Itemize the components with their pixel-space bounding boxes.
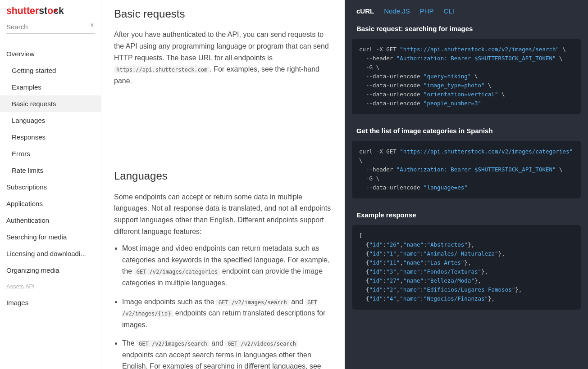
nav-errors[interactable]: Errors [0,145,101,162]
nav-subscriptions[interactable]: Subscriptions [0,179,101,195]
code-heading-3: Example response [345,207,588,225]
nav-licensing[interactable]: Licensing and downloadi... [0,245,101,262]
code-block-1: curl -X GET "https://api.shutterstock.co… [352,39,581,114]
nav-languages[interactable]: Languages [0,112,101,129]
heading-basic-requests: Basic requests [114,5,331,22]
heading-languages: Languages [114,167,331,184]
text: The [122,339,137,347]
search-input[interactable] [6,21,95,34]
languages-list: Most image and video endpoints can retur… [114,243,331,369]
nav-responses[interactable]: Responses [0,129,101,145]
sidebar: shutterstock x Overview Getting started … [0,0,101,369]
shutterstock-logo: shutterstock [6,5,76,17]
text: Image endpoints such as the [122,298,216,306]
list-item: Image endpoints such as the GET /v2/imag… [122,296,331,331]
code-block-2: curl -X GET "https://api.shutterstock.co… [352,141,581,198]
code-base-url: https://api.shutterstock.com [114,66,210,73]
paragraph-languages: Some endpoints can accept or return some… [114,191,331,237]
nav-assets-api: Assets API [0,279,101,294]
search-wrap: x [0,19,101,36]
code-endpoint: GET /v2/images/search [137,340,210,347]
nav-organizing[interactable]: Organizing media [0,262,101,279]
code-heading-2: Get the list of image categories in Span… [345,122,588,141]
text: and [291,298,305,306]
tab-curl[interactable]: cURL [356,7,374,15]
code-pane: cURL Node.JS PHP CLI Basic request: sear… [345,0,588,369]
svg-point-1 [55,9,57,12]
code-endpoint: GET /v2/images/search [216,299,289,306]
nav-examples[interactable]: Examples [0,79,101,95]
nav-images[interactable]: Images [0,294,101,311]
nav-applications[interactable]: Applications [0,195,101,212]
code-endpoint: GET /v2/videos/search [225,340,298,347]
search-clear-icon[interactable]: x [91,21,94,28]
nav-authentication[interactable]: Authentication [0,212,101,229]
code-block-3: [ {"id":"26","name":"Abstractos"}, {"id"… [352,225,581,310]
code-heading-1: Basic request: searching for images [345,20,588,39]
main: Basic requests After you have authentica… [101,0,588,369]
language-tabs: cURL Node.JS PHP CLI [345,0,588,20]
nav-getting-started[interactable]: Getting started [0,62,101,79]
paragraph-basic: After you have authenticated to the API,… [114,29,331,86]
code-endpoint: GET /v2/images/categories [134,268,220,275]
nav-overview[interactable]: Overview [0,45,101,62]
text: endpoints can accept search terms in lan… [122,351,321,369]
brand-logo: shutterstock [0,0,101,19]
sidebar-nav: Overview Getting started Examples Basic … [0,36,101,311]
list-item: The GET /v2/images/search and GET /v2/vi… [122,338,331,369]
tab-php[interactable]: PHP [420,7,434,15]
content: Basic requests After you have authentica… [101,0,345,369]
tab-nodejs[interactable]: Node.JS [384,7,410,15]
text: and [211,339,225,347]
text: After you have authenticated to the API,… [114,31,329,61]
nav-rate-limits[interactable]: Rate limits [0,162,101,179]
nav-basic-requests[interactable]: Basic requests [0,95,101,112]
list-item: Most image and video endpoints can retur… [122,243,331,288]
tab-cli[interactable]: CLI [444,7,454,15]
nav-searching[interactable]: Searching for media [0,229,101,245]
